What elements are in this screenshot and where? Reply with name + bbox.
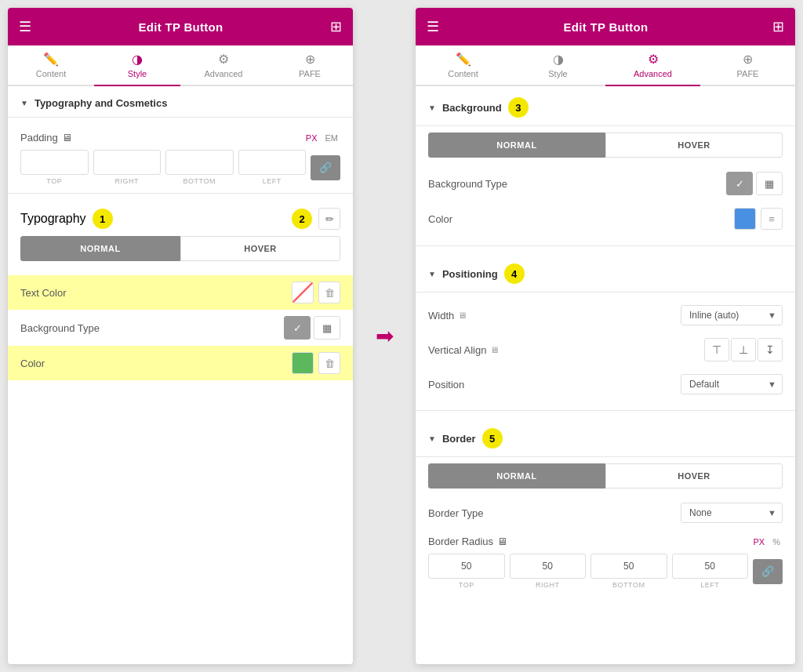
padding-top-input[interactable] xyxy=(20,150,89,175)
border-unit-px[interactable]: PX xyxy=(751,536,768,547)
border-radius-top-input[interactable] xyxy=(428,554,505,579)
typography-header: Typography 1 2 ✏ xyxy=(20,208,340,230)
color-delete-button[interactable]: 🗑 xyxy=(318,352,340,374)
width-select[interactable]: Inline (auto) Full Width Custom xyxy=(681,305,783,325)
border-normal-hover-buttons: NORMAL HOVER xyxy=(428,463,783,489)
bg-type-label: Background Type xyxy=(20,322,100,334)
unit-px-btn[interactable]: PX xyxy=(303,133,320,143)
padding-top-label: TOP xyxy=(46,177,62,185)
border-radius-right-label: RIGHT xyxy=(536,581,560,589)
padding-bottom-input[interactable] xyxy=(165,150,234,175)
vertical-align-label: Vertical Align 🖥 xyxy=(428,344,499,356)
border-radius-right-group: RIGHT xyxy=(510,554,587,589)
bg-normal-button[interactable]: NORMAL xyxy=(428,133,605,158)
border-radius-link-button[interactable]: 🔗 xyxy=(753,559,783,584)
border-radius-top-group: TOP xyxy=(428,554,505,589)
valign-middle-button[interactable]: ⊥ xyxy=(731,338,756,361)
border-section-content: NORMAL HOVER Border Type None Solid Dash… xyxy=(416,463,795,598)
border-type-select[interactable]: None Solid Dashed Dotted xyxy=(681,503,783,523)
left-panel: ☰ Edit TP Button ⊞ ✏️ Content ◑ Style ⚙ … xyxy=(8,8,353,664)
unit-em-btn[interactable]: EM xyxy=(323,133,341,143)
tab-style-left[interactable]: ◑ Style xyxy=(94,45,180,86)
background-section-header: ▼ Background 3 xyxy=(416,86,795,125)
divider-right-3 xyxy=(416,292,795,292)
text-color-row: Text Color 🗑 xyxy=(8,275,353,310)
border-radius-bottom-label: BOTTOM xyxy=(612,581,645,589)
right-bg-solid-button[interactable]: ✓ xyxy=(726,172,753,195)
padding-label: Padding 🖥 xyxy=(20,132,72,143)
padding-left-label: LEFT xyxy=(263,177,282,185)
bg-type-gradient-button[interactable]: ▦ xyxy=(314,316,340,340)
border-section-header: ▼ Border 5 xyxy=(416,417,795,456)
monitor-icon-padding: 🖥 xyxy=(62,132,72,143)
border-radius-right-input[interactable] xyxy=(510,554,587,579)
right-color-controls: ≡ xyxy=(734,208,783,230)
right-bg-type-row: Background Type ✓ ▦ xyxy=(428,165,783,202)
padding-right-label: RIGHT xyxy=(115,177,140,185)
text-color-swatch[interactable] xyxy=(292,282,314,303)
bg-section-arrow: ▼ xyxy=(428,104,436,112)
position-select[interactable]: Default Absolute Fixed xyxy=(681,374,783,394)
bg-type-solid-button[interactable]: ✓ xyxy=(284,316,311,340)
divider-right-2 xyxy=(416,245,795,246)
arrow-container: ➡ xyxy=(361,8,408,664)
pafe-tab-icon-left: ⊕ xyxy=(305,52,315,67)
style-tab-label-right: Style xyxy=(548,69,567,78)
typography-hover-button[interactable]: HOVER xyxy=(180,236,340,261)
grid-icon-right[interactable]: ⊞ xyxy=(772,18,784,35)
pafe-tab-label-right: PAFE xyxy=(737,69,759,78)
border-radius-left-label: LEFT xyxy=(700,581,719,589)
advanced-tab-label-right: Advanced xyxy=(634,69,672,78)
typography-edit-button[interactable]: ✏ xyxy=(318,208,340,230)
padding-top-group: TOP xyxy=(20,150,89,185)
text-color-label: Text Color xyxy=(20,287,67,299)
text-color-controls: 🗑 xyxy=(292,282,340,303)
tab-pafe-right[interactable]: ⊕ PAFE xyxy=(700,45,795,86)
hamburger-icon-right[interactable]: ☰ xyxy=(427,18,439,35)
padding-text: Padding xyxy=(20,132,58,143)
border-radius-bottom-input[interactable] xyxy=(590,554,667,579)
color-label: Color xyxy=(20,358,45,369)
text-color-delete-button[interactable]: 🗑 xyxy=(318,282,340,303)
right-color-row: Color ≡ xyxy=(428,202,783,236)
padding-link-button[interactable]: 🔗 xyxy=(311,155,340,180)
pos-section-arrow: ▼ xyxy=(428,270,436,278)
right-color-delete-button[interactable]: ≡ xyxy=(761,208,783,230)
badge-3: 3 xyxy=(508,97,529,118)
tab-advanced-right[interactable]: ⚙ Advanced xyxy=(605,45,700,86)
width-dropdown-control: Inline (auto) Full Width Custom ▼ xyxy=(681,305,783,325)
border-hover-button[interactable]: HOVER xyxy=(605,463,783,489)
grid-icon-left[interactable]: ⊞ xyxy=(330,18,342,35)
section-title: Typography and Cosmetics xyxy=(35,97,168,109)
style-tab-label: Style xyxy=(128,69,147,78)
padding-inputs: TOP RIGHT BOTTOM LEFT 🔗 xyxy=(20,150,340,185)
typography-normal-button[interactable]: NORMAL xyxy=(20,236,180,261)
border-unit-pct[interactable]: % xyxy=(770,536,783,547)
padding-left-input[interactable] xyxy=(238,150,307,175)
border-normal-button[interactable]: NORMAL xyxy=(428,463,605,489)
color-swatch-green[interactable] xyxy=(292,352,314,374)
monitor-icon-valign: 🖥 xyxy=(490,345,499,354)
arrow-icon: ➡ xyxy=(376,325,394,347)
tab-style-right[interactable]: ◑ Style xyxy=(511,45,605,86)
border-radius-unit-buttons: PX % xyxy=(751,536,783,547)
typography-cosmetics-header: ▼ Typography and Cosmetics xyxy=(8,86,353,117)
bg-hover-button[interactable]: HOVER xyxy=(605,133,783,158)
right-color-label: Color xyxy=(428,213,452,225)
padding-left-group: LEFT xyxy=(238,150,307,185)
border-radius-left-input[interactable] xyxy=(672,554,749,579)
right-color-swatch[interactable] xyxy=(734,208,756,230)
tab-pafe-left[interactable]: ⊕ PAFE xyxy=(267,45,353,86)
tab-content-right[interactable]: ✏️ Content xyxy=(416,45,511,86)
tab-content-left[interactable]: ✏️ Content xyxy=(8,45,94,86)
padding-right-input[interactable] xyxy=(93,150,162,175)
tab-advanced-left[interactable]: ⚙ Advanced xyxy=(180,45,267,86)
left-panel-title: Edit TP Button xyxy=(138,20,223,34)
bg-type-controls: ✓ ▦ xyxy=(284,316,340,340)
right-panel-header: ☰ Edit TP Button ⊞ xyxy=(416,8,795,45)
valign-bottom-button[interactable]: ↧ xyxy=(758,338,783,361)
hamburger-icon[interactable]: ☰ xyxy=(19,18,31,35)
padding-bottom-group: BOTTOM xyxy=(165,150,234,185)
right-bg-gradient-button[interactable]: ▦ xyxy=(756,172,783,195)
valign-top-button[interactable]: ⊤ xyxy=(704,338,729,361)
